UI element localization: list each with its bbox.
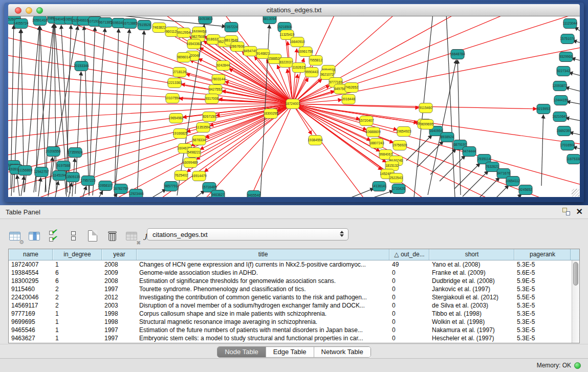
graph-node[interactable]: 9215953: [537, 104, 550, 114]
graph-node[interactable]: 9912954: [177, 28, 190, 38]
delete-button[interactable]: [104, 228, 120, 244]
table-settings-button[interactable]: ⚙: [7, 228, 23, 244]
graph-node[interactable]: 9896014: [177, 53, 190, 62]
graph-node[interactable]: 17016504: [560, 141, 575, 150]
graph-node[interactable]: 17957225: [80, 176, 96, 186]
column-header-pagerank[interactable]: pagerank: [514, 249, 571, 260]
graph-node[interactable]: 8938924: [441, 133, 454, 142]
graph-node[interactable]: 20153346: [74, 61, 89, 71]
graph-node[interactable]: 9990443: [305, 68, 318, 77]
graph-node[interactable]: 16713885: [122, 19, 138, 29]
tab-node-table[interactable]: Node Table: [217, 347, 266, 357]
table-row[interactable]: 946554611997Estimation of the future num…: [9, 326, 579, 334]
graph-node[interactable]: 8427552: [209, 85, 222, 95]
graph-node[interactable]: 8813054: [263, 16, 276, 24]
graph-node[interactable]: 11353594: [196, 123, 211, 133]
table-selector-dropdown[interactable]: citations_edges.txt: [147, 228, 349, 240]
scrollbar-thumb[interactable]: [573, 262, 578, 286]
graph-node[interactable]: 16961758: [298, 47, 313, 57]
graph-node[interactable]: 18300295: [263, 109, 278, 119]
graph-node[interactable]: 1733426: [392, 184, 405, 194]
graph-node[interactable]: 7803144: [212, 75, 225, 84]
column-header-year[interactable]: year: [102, 249, 137, 260]
graph-node[interactable]: 9671385: [99, 18, 112, 28]
graph-node[interactable]: 5498222: [187, 148, 201, 158]
graph-node[interactable]: 9245652: [519, 185, 532, 195]
table-row[interactable]: 977716911998Corpus callosum shape and si…: [9, 310, 579, 318]
graph-node[interactable]: 9242844: [216, 61, 230, 71]
graph-node[interactable]: 2522543: [389, 173, 403, 183]
graph-node[interactable]: 5878334: [192, 136, 206, 145]
network-view-window[interactable]: citations_edges.txt 25260850140557242059…: [4, 3, 584, 202]
show-column-button[interactable]: [27, 228, 42, 244]
column-header-short[interactable]: short: [429, 249, 514, 260]
graph-node[interactable]: 9329966: [559, 52, 573, 62]
new-table-button[interactable]: [85, 228, 100, 244]
graph-node[interactable]: 9857791: [164, 182, 178, 191]
graph-node[interactable]: 8322037: [279, 58, 293, 68]
table-row[interactable]: 1872400712008Changes of HCN gene express…: [9, 260, 579, 269]
graph-hub-node[interactable]: 18724007: [285, 99, 300, 109]
graph-node[interactable]: 2718126: [173, 68, 186, 77]
table-row[interactable]: 1938455462009Genome-wide association stu…: [9, 269, 579, 277]
graph-node[interactable]: 9465546: [247, 191, 260, 198]
table-row[interactable]: 1830029562008Estimation of significance …: [9, 277, 579, 285]
select-columns-button[interactable]: ✔ ✔: [46, 228, 61, 244]
graph-node[interactable]: 20206556: [46, 147, 61, 157]
graph-node[interactable]: 9227342: [557, 67, 570, 76]
network-canvas[interactable]: 2526085014055724205914162089140619404056…: [8, 16, 580, 197]
graph-node[interactable]: 10654112: [506, 177, 520, 186]
graph-node[interactable]: 9463627: [211, 190, 225, 198]
graph-node[interactable]: 18807243: [369, 139, 384, 148]
graph-node[interactable]: 15692391: [556, 126, 572, 136]
graph-node[interactable]: 7463822: [153, 23, 166, 33]
graph-node[interactable]: 12444159: [553, 96, 569, 105]
graph-node[interactable]: 9197588: [57, 161, 70, 171]
graph-node[interactable]: 16648784: [450, 50, 465, 59]
tab-edge-table[interactable]: Edge Table: [266, 347, 314, 357]
graph-node[interactable]: 16053803: [198, 16, 213, 24]
table-row[interactable]: 969969511998Structural magnetic resonanc…: [9, 318, 579, 326]
graph-node[interactable]: 9115460: [419, 103, 432, 113]
graph-node[interactable]: 12923446: [128, 189, 144, 198]
graph-node[interactable]: 9699695: [420, 120, 433, 129]
graph-node[interactable]: 16640910: [290, 37, 305, 47]
graph-node[interactable]: 13505135: [65, 172, 80, 182]
graph-node[interactable]: 7515526: [138, 20, 151, 30]
graph-node[interactable]: 19384554: [308, 136, 323, 145]
graph-node[interactable]: 16914479: [191, 171, 207, 181]
float-panel-icon[interactable]: [562, 208, 570, 215]
graph-node[interactable]: 15720407: [359, 116, 374, 126]
graph-node[interactable]: 7357224: [225, 23, 238, 32]
window-resize-grip[interactable]: [572, 189, 579, 196]
graph-node[interactable]: 10107554: [165, 94, 180, 103]
graph-node[interactable]: 7462652: [345, 83, 358, 93]
vertical-scrollbar[interactable]: [572, 260, 579, 343]
graph-node[interactable]: 16210643: [552, 112, 568, 122]
graph-node[interactable]: 10688609: [365, 127, 381, 137]
row-mode-button[interactable]: [66, 228, 81, 244]
graph-node[interactable]: 19756928: [392, 141, 407, 150]
graph-node[interactable]: 2016448: [342, 95, 355, 104]
column-header-out_de[interactable]: △ out_de...: [389, 249, 429, 260]
graph-node[interactable]: 8267150: [203, 112, 216, 122]
graph-node[interactable]: 1162615: [292, 63, 306, 73]
graph-node[interactable]: 16099489: [183, 158, 198, 168]
graph-node[interactable]: 17359924: [68, 148, 83, 158]
column-header-in_degree[interactable]: in_degree: [53, 249, 102, 260]
tab-network-table[interactable]: Network Table: [314, 347, 371, 357]
graph-node[interactable]: 9317008: [205, 94, 219, 104]
graph-node[interactable]: 14055724: [13, 19, 29, 29]
graph-node[interactable]: 12213363: [167, 78, 182, 88]
graph-node[interactable]: 9474444: [463, 147, 476, 157]
graph-node[interactable]: 2867608: [231, 42, 244, 52]
graph-node[interactable]: 1145194: [53, 171, 66, 181]
graph-node[interactable]: 19654923: [396, 127, 411, 137]
graph-node[interactable]: 11123044: [563, 19, 578, 29]
graph-node[interactable]: 19654982: [168, 114, 184, 123]
column-header-title[interactable]: title: [137, 249, 389, 260]
graph-node[interactable]: 19166825: [172, 129, 188, 139]
table-row[interactable]: 2242004622012Investigating the contribut…: [9, 293, 579, 301]
graph-node[interactable]: 7625402: [175, 171, 188, 181]
graph-node[interactable]: 12093872: [552, 81, 568, 91]
